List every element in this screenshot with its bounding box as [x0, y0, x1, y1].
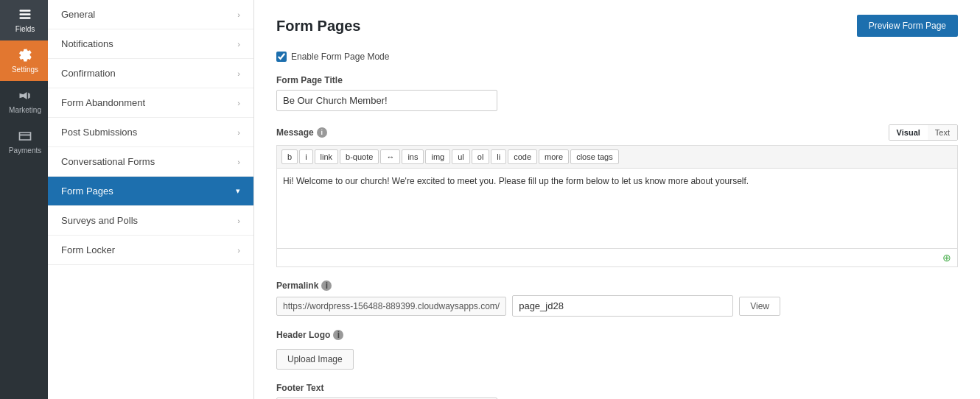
- permalink-base-url: https://wordpress-156488-889399.cloudway…: [276, 297, 506, 316]
- nav-item-form-locker-label: Form Locker: [61, 244, 115, 255]
- header-logo-label: Header Logo: [276, 330, 330, 340]
- nav-item-form-pages[interactable]: Form Pages ▾: [48, 177, 253, 206]
- svg-rect-1: [20, 13, 31, 15]
- chevron-right-icon: ›: [237, 158, 240, 166]
- settings-icon: [18, 48, 32, 63]
- message-label: Message: [276, 127, 314, 138]
- form-page-title-section: Form Page Title: [276, 75, 958, 111]
- toolbar-btn-bquote[interactable]: b-quote: [340, 149, 379, 164]
- sidebar-item-settings-label: Settings: [12, 66, 38, 74]
- main-content: Form Pages Preview Form Page Enable Form…: [254, 0, 980, 399]
- nav-item-post-submissions[interactable]: Post Submissions ›: [48, 118, 253, 147]
- chevron-right-icon: ›: [237, 128, 240, 137]
- nav-item-notifications[interactable]: Notifications ›: [48, 29, 253, 59]
- editor-resize-icon[interactable]: ⊕: [942, 252, 951, 264]
- toolbar-btn-i[interactable]: i: [299, 149, 312, 164]
- nav-item-post-submissions-label: Post Submissions: [61, 127, 137, 138]
- sidebar-item-fields-label: Fields: [15, 25, 35, 33]
- message-section: Message i Visual Text b i link b-quote ↔…: [276, 124, 958, 267]
- nav-item-form-abandonment[interactable]: Form Abandonment ›: [48, 88, 253, 118]
- sidebar-item-fields[interactable]: Fields: [0, 0, 48, 40]
- icon-sidebar: Fields Settings Marketing Payments: [0, 0, 48, 399]
- message-info-icon[interactable]: i: [317, 127, 327, 138]
- toolbar-btn-close-tags[interactable]: close tags: [570, 149, 619, 164]
- message-label-row: Message i Visual Text: [276, 124, 958, 141]
- toolbar-btn-img[interactable]: img: [425, 149, 450, 164]
- chevron-right-icon: ›: [237, 69, 240, 78]
- sidebar-item-marketing-label: Marketing: [9, 106, 41, 114]
- sidebar-item-marketing[interactable]: Marketing: [0, 81, 48, 121]
- nav-item-surveys-polls-label: Surveys and Polls: [61, 215, 138, 226]
- nav-item-general-label: General: [61, 9, 95, 20]
- message-label-group: Message i: [276, 127, 327, 138]
- enable-form-page-text: Enable Form Page Mode: [291, 52, 389, 62]
- permalink-slug-input[interactable]: [512, 295, 733, 317]
- toolbar-btn-ol[interactable]: ol: [472, 149, 490, 164]
- svg-rect-2: [20, 17, 31, 19]
- toolbar-btn-del[interactable]: ↔: [380, 149, 400, 164]
- tab-visual[interactable]: Visual: [889, 125, 928, 140]
- editor-area[interactable]: Hi! Welcome to our church! We're excited…: [276, 168, 958, 249]
- payments-icon: [18, 129, 32, 144]
- enable-form-page-checkbox[interactable]: [276, 52, 287, 62]
- view-button[interactable]: View: [739, 297, 780, 316]
- nav-item-form-pages-label: Form Pages: [61, 186, 113, 197]
- toolbar-btn-b[interactable]: b: [281, 149, 298, 164]
- editor-tab-group: Visual Text: [889, 124, 958, 141]
- chevron-right-icon: ›: [237, 40, 240, 49]
- sidebar-item-payments[interactable]: Payments: [0, 121, 48, 162]
- editor-content: Hi! Welcome to our church! We're excited…: [283, 174, 951, 188]
- nav-item-notifications-label: Notifications: [61, 38, 113, 49]
- chevron-down-icon: ▾: [236, 186, 240, 196]
- upload-image-button[interactable]: Upload Image: [276, 349, 354, 370]
- permalink-row: https://wordpress-156488-889399.cloudway…: [276, 295, 958, 317]
- permalink-label-row: Permalink i: [276, 280, 958, 291]
- enable-form-page-section: Enable Form Page Mode: [276, 52, 958, 62]
- toolbar-btn-link[interactable]: link: [315, 149, 339, 164]
- form-page-title-input[interactable]: [276, 90, 497, 111]
- page-header: Form Pages Preview Form Page: [276, 15, 958, 37]
- chevron-right-icon: ›: [237, 246, 240, 255]
- svg-rect-0: [20, 10, 31, 12]
- header-logo-section: Header Logo i Upload Image: [276, 330, 958, 370]
- toolbar-btn-code[interactable]: code: [508, 149, 537, 164]
- toolbar-btn-ins[interactable]: ins: [402, 149, 424, 164]
- toolbar-btn-li[interactable]: li: [491, 149, 506, 164]
- nav-item-conversational-forms[interactable]: Conversational Forms ›: [48, 147, 253, 177]
- preview-form-page-button[interactable]: Preview Form Page: [857, 15, 958, 37]
- form-page-title-label: Form Page Title: [276, 75, 958, 85]
- toolbar-btn-more[interactable]: more: [539, 149, 569, 164]
- chevron-right-icon: ›: [237, 10, 240, 19]
- enable-form-page-label: Enable Form Page Mode: [276, 52, 958, 62]
- sidebar-item-payments-label: Payments: [9, 146, 41, 155]
- toolbar-btn-ul[interactable]: ul: [452, 149, 470, 164]
- nav-item-general[interactable]: General ›: [48, 0, 253, 29]
- footer-text-section: Footer Text: [276, 383, 958, 399]
- permalink-section: Permalink i https://wordpress-156488-889…: [276, 280, 958, 317]
- header-logo-label-row: Header Logo i: [276, 330, 958, 340]
- nav-item-form-locker[interactable]: Form Locker ›: [48, 236, 253, 265]
- tab-text[interactable]: Text: [928, 125, 957, 140]
- nav-item-form-abandonment-label: Form Abandonment: [61, 97, 145, 108]
- nav-item-confirmation[interactable]: Confirmation ›: [48, 59, 253, 88]
- page-title: Form Pages: [276, 18, 360, 35]
- chevron-right-icon: ›: [237, 99, 240, 107]
- permalink-label: Permalink: [276, 280, 318, 291]
- marketing-icon: [18, 88, 32, 103]
- nav-item-confirmation-label: Confirmation: [61, 68, 116, 79]
- editor-toolbar: b i link b-quote ↔ ins img ul ol li code…: [276, 145, 958, 168]
- nav-item-conversational-forms-label: Conversational Forms: [61, 156, 155, 167]
- nav-item-surveys-polls[interactable]: Surveys and Polls ›: [48, 206, 253, 236]
- chevron-right-icon: ›: [237, 216, 240, 225]
- permalink-info-icon[interactable]: i: [321, 280, 332, 291]
- sidebar-item-settings[interactable]: Settings: [0, 40, 48, 81]
- fields-icon: [18, 7, 32, 22]
- nav-sidebar: General › Notifications › Confirmation ›…: [48, 0, 254, 399]
- header-logo-info-icon[interactable]: i: [333, 330, 343, 340]
- editor-footer: ⊕: [276, 249, 958, 267]
- footer-text-label: Footer Text: [276, 383, 958, 393]
